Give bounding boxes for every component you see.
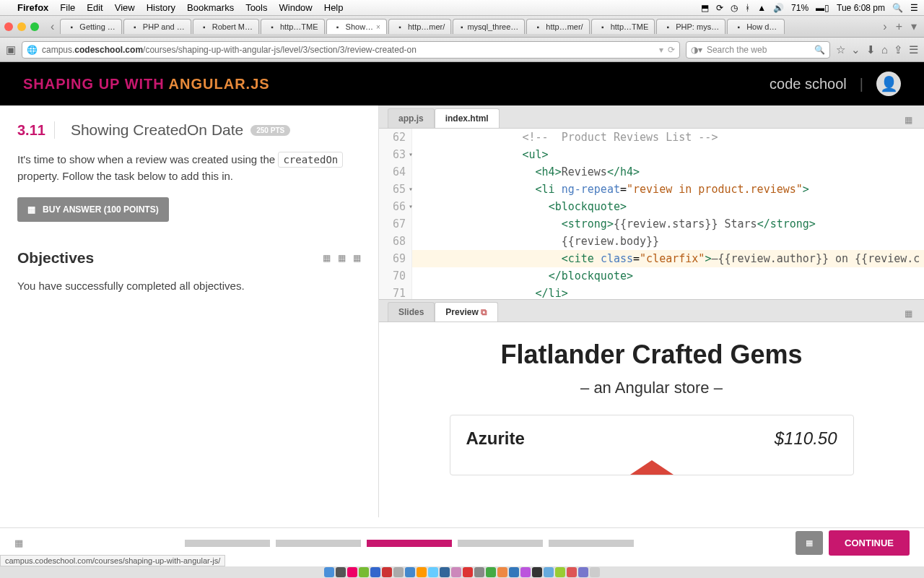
- progress-segment[interactable]: [458, 540, 543, 547]
- menu-file[interactable]: File: [60, 2, 75, 13]
- lesson-title: Showing CreatedOn Date: [71, 121, 243, 139]
- footer-grey-button[interactable]: ▦: [796, 531, 823, 555]
- lesson-description: It's time to show when a review was crea…: [17, 152, 361, 184]
- favicon-icon: ▪: [199, 22, 209, 32]
- tab-preview[interactable]: Preview ⧉: [435, 302, 498, 322]
- browser-tab[interactable]: ▪Show…×: [326, 19, 387, 34]
- sync-icon[interactable]: ⟳: [716, 3, 723, 13]
- browser-tab[interactable]: ▪mysql_three…: [453, 19, 525, 34]
- clock-icon[interactable]: ◷: [731, 3, 738, 13]
- menu-view[interactable]: View: [115, 2, 135, 13]
- browser-tab[interactable]: ▪Robert M…: [193, 19, 259, 34]
- pocket-icon[interactable]: ⌄: [851, 43, 860, 56]
- mac-dock[interactable]: [0, 566, 924, 578]
- download-icon[interactable]: ⬇: [866, 43, 876, 56]
- objectives-status: You have successfully completed all obje…: [17, 280, 361, 292]
- battery-pct: 71%: [791, 3, 808, 13]
- course-header: SHAPING UP WITH ANGULAR.JS code school |…: [0, 62, 924, 105]
- store-subtitle: – an Angular store –: [401, 379, 902, 397]
- preview-tabs: Slides Preview ⧉ ▦: [379, 299, 924, 322]
- volume-icon[interactable]: 🔊: [773, 3, 784, 13]
- dropbox-icon[interactable]: ⬒: [701, 3, 709, 13]
- editor-expand-icon[interactable]: ▦: [902, 112, 915, 128]
- codeschool-logo[interactable]: code school: [770, 76, 847, 92]
- favicon-icon: ▪: [598, 22, 608, 32]
- points-badge: 250 PTS: [250, 125, 290, 136]
- preview-expand-icon[interactable]: ▦: [902, 306, 915, 322]
- bluetooth-icon[interactable]: ᚼ: [745, 3, 750, 13]
- lesson-panel: 3.11 Showing CreatedOn Date 250 PTS It's…: [0, 105, 378, 517]
- zoom-window-icon[interactable]: [30, 22, 39, 31]
- browser-tab-strip: ‹ ▪Getting …▪PHP and …▪Robert M…▪http…TM…: [0, 16, 924, 38]
- notification-icon[interactable]: ☰: [910, 3, 918, 13]
- menu-edit[interactable]: Edit: [87, 2, 103, 13]
- objective-badge-icon: ▦: [353, 253, 361, 263]
- inline-code: createdOn: [278, 152, 343, 168]
- footer-badge-icon[interactable]: ▦: [14, 538, 23, 548]
- url-input[interactable]: 🌐 campus.codeschool.com/courses/shaping-…: [22, 41, 680, 59]
- product-name: Azurite: [466, 428, 525, 449]
- browser-tab[interactable]: ▪Getting …: [60, 19, 122, 34]
- favicon-icon: ▪: [267, 22, 277, 32]
- progress-segment[interactable]: [549, 540, 634, 547]
- tab-list-icon[interactable]: ▾: [908, 20, 920, 33]
- hamburger-icon[interactable]: ☰: [909, 43, 918, 56]
- code-editor[interactable]: 62 <!-- Product Reviews List -->63▾ <ul>…: [379, 129, 924, 299]
- spotlight-icon[interactable]: 🔍: [892, 3, 903, 13]
- search-icon[interactable]: 🔍: [814, 45, 825, 55]
- objectives-heading: Objectives: [17, 249, 94, 267]
- share-icon[interactable]: ⇪: [894, 43, 903, 56]
- minimize-window-icon[interactable]: [17, 22, 26, 31]
- browser-tab[interactable]: ▪PHP and …: [123, 19, 191, 34]
- favicon-icon: ▪: [66, 22, 77, 32]
- product-card: Azurite $110.50: [450, 415, 854, 475]
- browser-tab[interactable]: ▪How d…: [727, 19, 785, 34]
- tab-appjs[interactable]: app.js: [388, 108, 435, 128]
- search-engine-icon[interactable]: ◑▾: [691, 45, 702, 55]
- menubar-clock[interactable]: Tue 6:08 pm: [837, 3, 885, 13]
- gem-icon: [630, 460, 674, 475]
- dropdown-icon[interactable]: ▾: [659, 45, 663, 55]
- favicon-icon: ▪: [130, 22, 140, 32]
- status-bar: campus.codeschool.com/courses/shaping-up…: [0, 555, 225, 566]
- tab-indexhtml[interactable]: index.html: [435, 108, 500, 128]
- progress-segment[interactable]: [276, 540, 361, 547]
- ticket-icon: ▦: [27, 204, 35, 215]
- browser-tab[interactable]: ▪http…mer/: [388, 19, 451, 34]
- tab-scroll-left-icon[interactable]: ‹: [48, 20, 57, 33]
- tab-scroll-right-icon[interactable]: ›: [880, 20, 889, 33]
- close-tab-icon[interactable]: ×: [376, 23, 380, 31]
- progress-segment[interactable]: [185, 540, 270, 547]
- browser-tab[interactable]: ▪http…TME: [261, 19, 325, 34]
- reload-icon[interactable]: ⟳: [668, 45, 675, 55]
- avatar[interactable]: 👤: [876, 72, 901, 96]
- continue-button[interactable]: CONTINUE: [829, 530, 910, 556]
- menu-help[interactable]: Help: [324, 2, 344, 13]
- editor-tabs: app.js index.html ▦: [379, 105, 924, 129]
- home-icon[interactable]: ⌂: [881, 43, 888, 56]
- menu-window[interactable]: Window: [279, 2, 313, 13]
- external-icon: ⧉: [481, 307, 487, 317]
- menu-history[interactable]: History: [147, 2, 175, 13]
- lesson-number: 3.11: [17, 122, 45, 139]
- objective-badge-icon: ▦: [323, 253, 331, 263]
- buy-answer-button[interactable]: ▦ BUY ANSWER (100 POINTS): [17, 197, 169, 222]
- new-tab-icon[interactable]: +: [893, 20, 905, 33]
- sidebar-toggle-icon[interactable]: ▣: [6, 43, 16, 56]
- wifi-icon[interactable]: ▲: [757, 3, 766, 13]
- close-window-icon[interactable]: [4, 22, 13, 31]
- progress-segment-current[interactable]: [367, 540, 452, 547]
- star-icon[interactable]: ☆: [836, 43, 845, 56]
- menu-tools[interactable]: Tools: [245, 2, 267, 13]
- tab-slides[interactable]: Slides: [388, 302, 435, 322]
- browser-tab[interactable]: ▪http…mer/: [526, 19, 589, 34]
- browser-tab[interactable]: ▪PHP: mys…: [656, 19, 725, 34]
- menubar-app[interactable]: Firefox: [17, 2, 48, 13]
- window-controls[interactable]: [4, 22, 39, 31]
- search-input[interactable]: ◑▾ Search the web 🔍: [686, 41, 830, 59]
- preview-pane: Flatlander Crafted Gems – an Angular sto…: [379, 322, 924, 517]
- browser-tab[interactable]: ▪http…TME: [591, 19, 655, 34]
- menu-bookmarks[interactable]: Bookmarks: [187, 2, 234, 13]
- lesson-footer: ▦ ▦ CONTINUE: [0, 527, 924, 558]
- favicon-icon: ▪: [459, 22, 464, 32]
